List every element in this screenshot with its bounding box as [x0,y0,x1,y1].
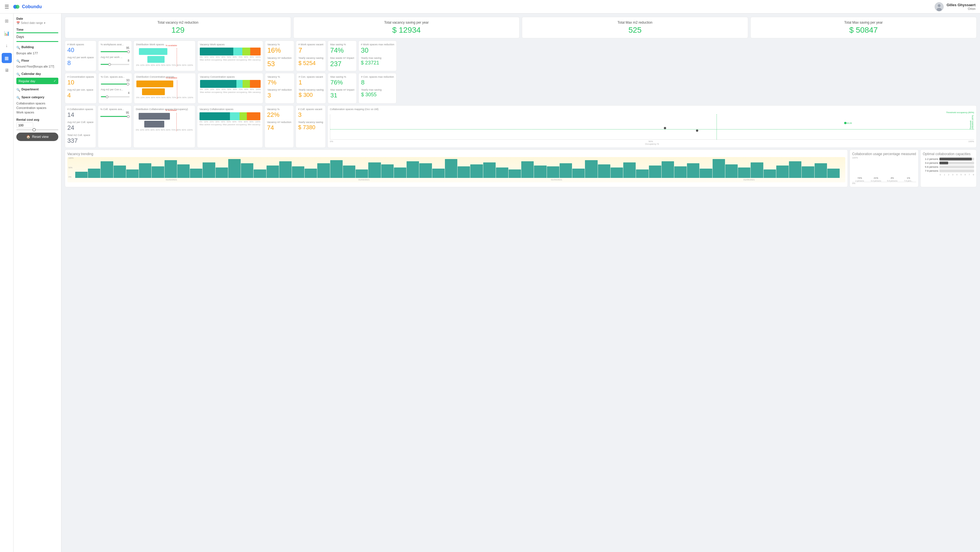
trending-bar [75,172,88,178]
collab-yearly-saving-section: Yearly vacancy saving $ 7380 [298,121,323,131]
building-label: Building [21,45,34,49]
collab-row: # Collaboration spaces 14 Avg m2 per Col… [65,105,977,148]
collab-yearly-saving-label: Yearly vacancy saving [298,121,323,124]
cs-seg-orange [250,80,261,88]
ws-vacancy-legend: Max active occupancy, Max passive occupa… [200,59,261,61]
collab-total-value: 337 [67,137,94,144]
hamburger-icon[interactable]: ☰ [5,4,9,10]
cs-slider-card: % Con. spaces ava... 93 Avg m2 per Con s… [98,73,132,103]
scatter-dot-1-label: E0,09 [847,122,852,124]
cs-vacant-value: 1 [299,79,324,86]
cs-vacancy-title: Vacancy Concentration spaces [200,75,261,78]
trending-bar [113,165,126,178]
trending-bar [547,167,559,178]
scatter-x-label: Occupancy % [330,143,974,145]
trending-title: Vacancy trending [67,152,845,156]
sidebar-icon-monitor[interactable]: 🖥 [2,65,12,75]
ws-count-label: # Work spaces [67,43,94,46]
trending-bar [419,163,432,178]
search-icon-floor: 🔍 [16,59,20,63]
trending-bar [139,163,151,178]
logo-svg [13,3,20,11]
cs-dist-card: Distribution Concentration spaces % avai… [134,73,196,103]
workspaces-row: # Work spaces 40 Avg m2 per work space 8… [65,41,977,71]
optimal-bar-row: 5-6 persons [923,165,974,168]
trending-bar [725,164,738,178]
threshold-util-line [330,129,974,130]
ws-avg-slider[interactable] [100,64,129,65]
trending-bar [330,160,343,178]
sidebar-icon-chart[interactable]: 📊 [2,28,12,38]
building-value[interactable]: Borups alle 177 [16,51,58,56]
cs-dist-bar-bot [142,88,165,95]
trending-bar [560,163,572,178]
cs-vac-pct-label: Vacancy % [267,75,292,78]
ws-dist-axis: 0%10%20%30%40%50%60%70%80%90%100% [136,64,193,67]
cs-avg-value: 4 [67,92,94,99]
reset-button[interactable]: 🏠 Reset view [16,133,58,141]
scatter-area: E0,09 Threshold Utilization (40%) [330,114,974,140]
cs-avail-slider[interactable] [101,84,130,85]
rental-slider[interactable] [16,129,58,130]
topnav-left: ☰ Cobundu [5,3,42,11]
space-cat-collab[interactable]: Collaboration spaces [16,101,58,106]
department-filter: 🔍 Department [16,87,58,92]
trending-bar [305,169,317,178]
search-icon-calendar: 🔍 [16,73,20,76]
days-bar [16,41,58,42]
cs-avail-value: 93 [101,79,130,82]
trending-bar [177,164,189,178]
space-cat-conc[interactable]: Concentration spaces [16,106,58,110]
collab-total-label: Total m2 Coll. space [67,134,94,136]
cs-avg-per-value: 4 [101,92,130,95]
cs-count-card: # Concentration spaces 10 Avg m2 per con… [65,73,97,103]
collab-avail-slider[interactable] [100,116,129,117]
trending-bar [407,161,419,178]
trending-bar [509,170,521,178]
cs-vacancy-bar-wrap: 0%10%20%30%40%50%60%70%80%90%100% Max ac… [200,80,261,94]
space-cat-work[interactable]: Work spaces [16,110,58,114]
threshold-occ-label: Threshold occupancy (60%) [330,111,974,114]
ws-avail-label: % workplaces avai... [100,43,129,46]
trending-bar [394,168,406,178]
collab-avail-value: 95 [100,111,129,114]
ws-yearly-saving-label: Yearly vacancy saving [298,57,323,59]
cs-vac-pct-value: 7% [267,79,292,86]
cs-avg-slider[interactable] [101,96,130,97]
floor-value[interactable]: Ground Floor[Borups alle 177] [16,65,58,69]
ws-vac-pct-card: Vacancy % 16% Vacancy m² reduction 53 [265,41,294,71]
ws-max-red-value: 30 [361,46,394,54]
avatar-img [935,2,943,11]
sidebar-icon-grid[interactable]: ⊞ [2,16,12,26]
cs-avg-per-label: Avg m2 per Con s... [101,88,130,91]
rental-label: Rental cost avg [16,118,58,121]
rental-input[interactable] [16,122,33,128]
trending-bar [662,161,674,178]
cs-max-waste-value: 31 [330,92,354,99]
collab-mapping-card: Collaboration spaces mapping (Occ vs Uti… [328,105,977,148]
trending-bar [151,167,164,178]
trending-bar [381,164,394,178]
sidebar-icon-download[interactable]: ↓ [2,41,12,51]
ws-max-saving-label: Max saving % [330,43,354,46]
avatar [935,2,943,11]
regular-day-button[interactable]: Regular day ✓ [16,78,58,84]
collab-avg-section: Avg m2 per Coll. space 24 [67,121,94,132]
date-select[interactable]: 📅 Select date range ▾ [16,21,58,24]
sidebar-icon-dashboard[interactable]: ▦ [2,53,12,63]
ws-avail-slider[interactable] [100,51,129,52]
ws-seg-lime [242,48,250,56]
collab-vac-pct-card: Vacancy % 22% Vacancy m² reduction 74 [264,105,294,148]
ws-avg-label: Avg m2 per work space [67,56,94,59]
user-info: Gilles Ghyssaert Orion [947,3,975,10]
ws-avg-per-value: 8 [100,59,129,62]
ws-max-saving-value: 74% [330,46,354,54]
concentration-row: # Concentration spaces 10 Avg m2 per con… [65,73,977,103]
ws-avail-value: 95 [100,46,129,49]
cs-yearly-max-section: Yearly max saving $ 3055 [361,88,394,98]
building-search-row: 🔍 Building [16,45,58,50]
date-filter-section: Date 📅 Select date range ▾ [16,17,58,24]
trending-bar [649,165,661,178]
collab-avail-label: % available [165,109,177,111]
trending-bar [470,164,483,178]
